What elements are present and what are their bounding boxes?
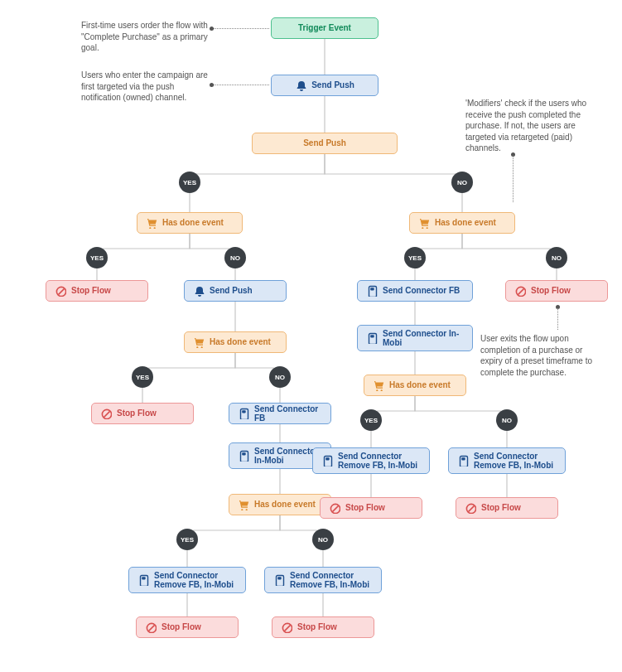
phone-icon xyxy=(137,574,149,586)
phone-icon xyxy=(238,450,249,462)
bell-icon xyxy=(295,80,306,91)
node-has-done-L: Has done event xyxy=(137,212,243,234)
node-stop-L2: Stop Flow xyxy=(91,403,194,424)
decision-yes-L1: YES xyxy=(86,247,108,268)
node-send-fb-L: Send Connector FB xyxy=(229,403,331,424)
cart-icon xyxy=(418,217,430,229)
node-has-done-L2: Has done event xyxy=(184,331,287,353)
stop-icon xyxy=(145,621,157,633)
decision-no-R2: NO xyxy=(496,409,518,431)
stop-icon xyxy=(55,285,66,297)
annotation-modifiers: 'Modifiers' check if the users who recei… xyxy=(465,98,598,154)
cart-icon xyxy=(193,336,205,348)
cart-icon xyxy=(238,499,249,510)
annotation-trigger: First-time users order the flow with "Co… xyxy=(81,20,210,54)
decision-yes-L3: YES xyxy=(176,529,198,550)
node-send-push-2: Send Push xyxy=(184,280,287,302)
stop-icon xyxy=(281,621,292,633)
node-stop-L1: Stop Flow xyxy=(46,280,148,302)
decision-yes-L2: YES xyxy=(132,366,153,388)
node-has-done-R: Has done event xyxy=(409,212,515,234)
annotation-push: Users who enter the campaign are first t… xyxy=(81,70,210,104)
decision-no-R1: NO xyxy=(546,247,567,268)
annotation-exit: User exits the flow upon completion of a… xyxy=(480,333,605,378)
stop-icon xyxy=(465,502,476,514)
decision-yes-R2: YES xyxy=(360,409,382,431)
node-send-push-1: Send Push xyxy=(271,75,379,96)
decision-yes-R1: YES xyxy=(404,247,426,268)
node-has-done-R2: Has done event xyxy=(364,375,466,396)
node-remove-R-no: Send Connector Remove FB, In-Mobi xyxy=(448,447,566,474)
phone-icon xyxy=(238,408,249,419)
node-stop-R1: Stop Flow xyxy=(505,280,608,302)
decision-no-L1: NO xyxy=(224,247,246,268)
cart-icon xyxy=(373,380,384,391)
phone-icon xyxy=(457,455,469,467)
stop-icon xyxy=(514,285,526,297)
phone-icon xyxy=(273,574,285,586)
node-send-push-orange: Send Push xyxy=(252,133,398,154)
node-remove-R-yes: Send Connector Remove FB, In-Mobi xyxy=(312,447,430,474)
node-stop-L3-no: Stop Flow xyxy=(272,616,374,638)
node-remove-L-yes: Send Connector Remove FB, In-Mobi xyxy=(128,567,246,593)
cart-icon xyxy=(146,217,157,229)
decision-no-top: NO xyxy=(451,172,473,193)
node-has-done-L3: Has done event xyxy=(229,494,331,515)
node-stop-R-no: Stop Flow xyxy=(456,497,558,519)
stop-icon xyxy=(329,502,340,514)
stop-icon xyxy=(100,408,112,419)
phone-icon xyxy=(321,455,333,467)
node-stop-L3-yes: Stop Flow xyxy=(136,616,239,638)
node-remove-L-no: Send Connector Remove FB, In-Mobi xyxy=(264,567,382,593)
node-send-inmobi-R: Send Connector In-Mobi xyxy=(357,325,473,351)
node-stop-R-yes: Stop Flow xyxy=(320,497,422,519)
node-trigger-event: Trigger Event xyxy=(271,17,379,39)
decision-yes-top: YES xyxy=(179,172,200,193)
phone-icon xyxy=(366,285,378,297)
phone-icon xyxy=(366,332,378,344)
decision-no-L3: NO xyxy=(312,529,334,550)
bell-icon xyxy=(193,285,205,297)
decision-no-L2: NO xyxy=(269,366,291,388)
node-send-fb-R: Send Connector FB xyxy=(357,280,473,302)
